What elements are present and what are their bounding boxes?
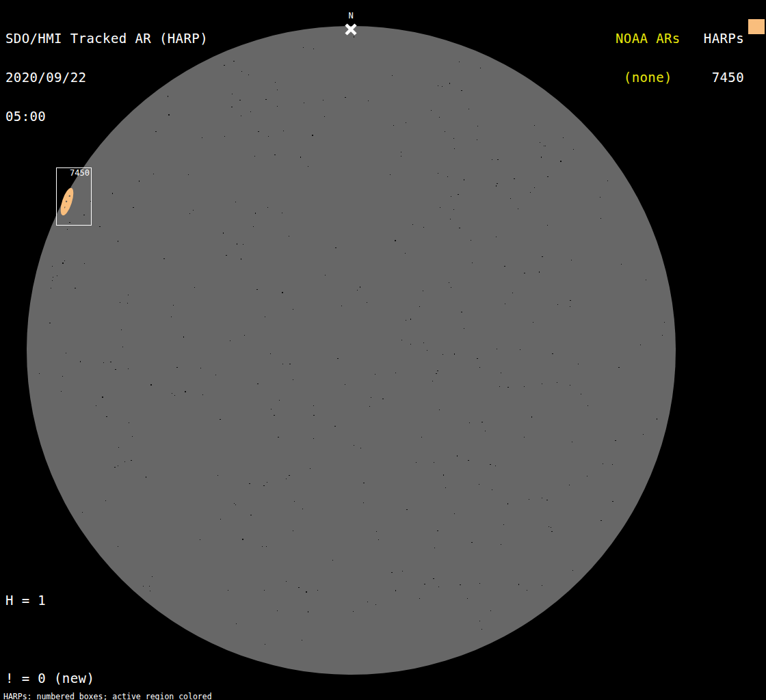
harps-label: HARPs bbox=[704, 32, 744, 45]
app-title: SDO/HMI Tracked AR (HARP) bbox=[5, 32, 208, 45]
harps-legend: HARPs 7450 bbox=[704, 6, 744, 110]
date-label: 2020/09/22 bbox=[5, 71, 208, 84]
north-label: N bbox=[340, 11, 362, 21]
active-region-blob bbox=[58, 187, 76, 217]
north-cross-icon bbox=[344, 23, 358, 36]
footer-harps-note: HARPs: numbered boxes; active region col… bbox=[3, 692, 278, 700]
noaa-ars-value: (none) bbox=[616, 71, 681, 84]
harp-id-label: 7450 bbox=[70, 169, 90, 177]
sunspot-speck bbox=[64, 206, 66, 208]
footer-notes: HARPs: numbered boxes; active region col… bbox=[3, 676, 278, 700]
stat-h-count: H = 1 bbox=[5, 594, 159, 607]
harp-frame: SDO/HMI Tracked AR (HARP) 2020/09/22 05:… bbox=[0, 0, 766, 700]
noaa-ars-legend: NOAA ARs (none) bbox=[616, 6, 681, 110]
harp-color-swatch bbox=[748, 19, 765, 34]
noaa-ars-label: NOAA ARs bbox=[616, 32, 681, 45]
sunspot-speck bbox=[68, 195, 70, 197]
stats-spacer bbox=[5, 633, 159, 646]
sunspot-speck bbox=[66, 200, 68, 202]
time-label: 05:00 bbox=[5, 110, 208, 123]
header-block: SDO/HMI Tracked AR (HARP) 2020/09/22 05:… bbox=[5, 6, 208, 149]
harp-box: 7450 bbox=[56, 167, 92, 226]
harps-value: 7450 bbox=[704, 71, 744, 84]
